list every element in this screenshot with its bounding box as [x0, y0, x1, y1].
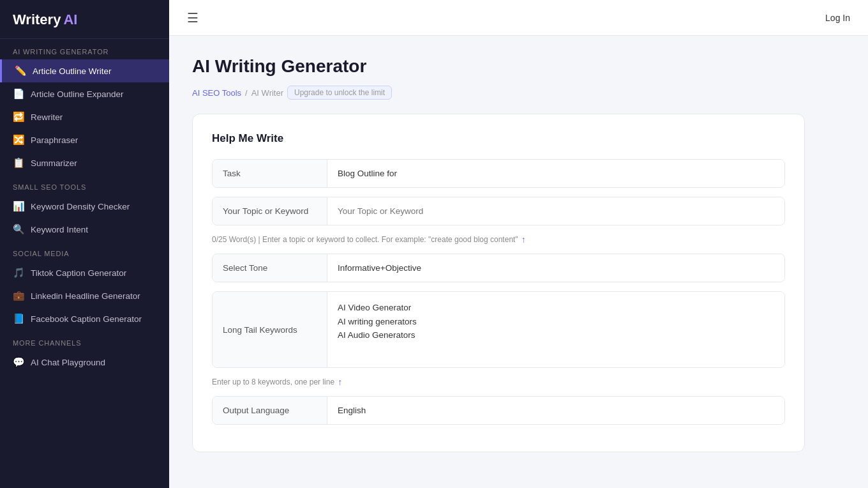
breadcrumb-link[interactable]: AI SEO Tools [192, 88, 241, 98]
sidebar-item-label-facebook-caption-generator: Facebook Caption Generator [31, 314, 142, 324]
breadcrumb-separator: / [245, 88, 248, 98]
sidebar-item-keyword-density-checker[interactable]: 📊 Keyword Density Checker [0, 195, 169, 218]
output-language-label: Output Language [213, 397, 327, 424]
facebook-caption-generator-icon: 📘 [13, 313, 24, 324]
page-content: AI Writing Generator AI SEO Tools / AI W… [169, 36, 868, 488]
keywords-input-cell [327, 292, 784, 367]
sidebar-item-rewriter[interactable]: 🔁 Rewriter [0, 105, 169, 128]
tone-row: Select Tone Informative+Objective [212, 254, 785, 282]
sidebar-item-label-keyword-density-checker: Keyword Density Checker [31, 202, 130, 211]
section-label-more: More Channels [0, 330, 169, 351]
ai-chat-playground-icon: 💬 [13, 356, 24, 368]
paraphraser-icon: 🔀 [13, 134, 24, 146]
sidebar-item-label-article-outline-expander: Article Outline Expander [31, 89, 124, 99]
sidebar-item-ai-chat-playground[interactable]: 💬 AI Chat Playground [0, 351, 169, 374]
tone-label: Select Tone [213, 254, 327, 282]
hint-arrow-icon: ↑ [521, 234, 526, 245]
sidebar-item-tiktok-caption-generator[interactable]: 🎵 Tiktok Caption Generator [0, 261, 169, 284]
hamburger-menu-icon[interactable]: ☰ [187, 10, 198, 26]
form-card: Help Me Write Task Blog Outline for Your… [192, 114, 805, 452]
logo: Writery AI [0, 0, 169, 39]
section-label-writing: AI Writing Generator [0, 39, 169, 59]
sidebar-item-article-outline-writer[interactable]: ✏️ Article Outline Writer [0, 59, 169, 82]
keyword-intent-icon: 🔍 [13, 224, 24, 235]
logo-brand: Writery [13, 11, 61, 28]
form-section-title: Help Me Write [212, 132, 785, 145]
keywords-label: Long Tail Keywords [213, 292, 327, 367]
keywords-row: Long Tail Keywords [212, 291, 785, 368]
sidebar-item-summarizer[interactable]: 📋 Summarizer [0, 151, 169, 174]
sidebar: Writery AI AI Writing Generator ✏️ Artic… [0, 0, 169, 488]
breadcrumb-current: AI Writer [251, 88, 283, 98]
keywords-hint-arrow-icon: ↑ [338, 377, 342, 387]
rewriter-icon: 🔁 [13, 111, 24, 123]
output-language-row: Output Language English [212, 396, 785, 425]
tiktok-caption-generator-icon: 🎵 [13, 267, 24, 278]
sidebar-item-label-keyword-intent: Keyword Intent [31, 225, 88, 234]
topic-input-cell [327, 197, 784, 225]
sidebar-item-label-summarizer: Summarizer [31, 158, 77, 168]
sidebar-item-label-paraphraser: Paraphraser [31, 135, 78, 145]
topic-input[interactable] [338, 206, 774, 216]
task-value: Blog Outline for [327, 160, 784, 187]
keyword-density-checker-icon: 📊 [13, 201, 24, 212]
page-title: AI Writing Generator [192, 56, 845, 77]
logo-ai: AI [63, 11, 77, 28]
sidebar-item-label-tiktok-caption-generator: Tiktok Caption Generator [31, 268, 126, 278]
sidebar-item-linkedin-headline-generator[interactable]: 💼 Linkedin Headline Generator [0, 284, 169, 307]
output-language-value: English [338, 406, 366, 415]
word-count-hint: 0/25 Word(s) | Enter a topic or keyword … [212, 234, 785, 245]
sidebar-item-label-ai-chat-playground: AI Chat Playground [31, 358, 105, 367]
topic-row: Your Topic or Keyword [212, 197, 785, 225]
keywords-hint: Enter up to 8 keywords, one per line ↑ [212, 377, 785, 387]
article-outline-writer-icon: ✏️ [15, 65, 26, 77]
login-button[interactable]: Log In [825, 13, 850, 23]
output-language-value-cell: English [327, 397, 784, 424]
upgrade-badge[interactable]: Upgrade to unlock the limit [287, 86, 392, 100]
task-row: Task Blog Outline for [212, 159, 785, 188]
task-label: Task [213, 160, 327, 187]
topic-label: Your Topic or Keyword [213, 197, 327, 225]
sidebar-item-label-article-outline-writer: Article Outline Writer [33, 66, 112, 76]
topbar-right: Log In [825, 12, 850, 24]
linkedin-headline-generator-icon: 💼 [13, 290, 24, 301]
tone-value-cell: Informative+Objective [327, 254, 784, 282]
sidebar-item-facebook-caption-generator[interactable]: 📘 Facebook Caption Generator [0, 307, 169, 330]
topbar: ☰ Log In [169, 0, 868, 36]
section-label-social: Social Media [0, 241, 169, 261]
sidebar-item-label-rewriter: Rewriter [31, 112, 63, 122]
sidebar-item-label-linkedin-headline-generator: Linkedin Headline Generator [31, 291, 140, 301]
article-outline-expander-icon: 📄 [13, 88, 24, 100]
section-label-seo: Small SEO Tools [0, 174, 169, 195]
sidebar-item-keyword-intent[interactable]: 🔍 Keyword Intent [0, 218, 169, 241]
tone-value-text: Informative+Objective [338, 263, 421, 273]
sidebar-item-article-outline-expander[interactable]: 📄 Article Outline Expander [0, 82, 169, 105]
summarizer-icon: 📋 [13, 157, 24, 169]
main-content: ☰ Log In AI Writing Generator AI SEO Too… [169, 0, 868, 488]
keywords-input[interactable] [338, 301, 774, 358]
sidebar-item-paraphraser[interactable]: 🔀 Paraphraser [0, 128, 169, 151]
breadcrumb: AI SEO Tools / AI Writer Upgrade to unlo… [192, 86, 845, 100]
topbar-left: ☰ [187, 10, 198, 26]
task-value-text: Blog Outline for [338, 169, 397, 178]
